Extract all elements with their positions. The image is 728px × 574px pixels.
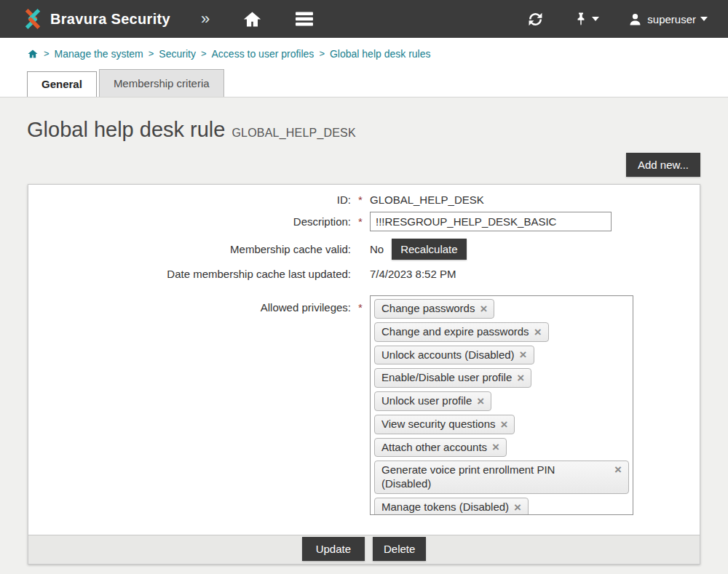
- privilege-chip: Change and expire passwords ×: [374, 322, 549, 342]
- tab-general[interactable]: General: [27, 71, 97, 97]
- recalculate-button[interactable]: Recalculate: [392, 239, 466, 260]
- privilege-chip-label: Change passwords: [381, 302, 475, 316]
- tab-bar: General Membership criteria: [0, 69, 728, 97]
- privilege-chip: Generate voice print enrollment PIN (Dis…: [374, 461, 629, 494]
- breadcrumb-separator: >: [201, 48, 207, 59]
- allowed-privileges-label: Allowed privileges:: [28, 295, 351, 314]
- remove-privilege-icon[interactable]: ×: [520, 348, 527, 361]
- membership-cache-valid-value: No: [370, 243, 384, 255]
- brand-name: Bravura Security: [50, 11, 170, 28]
- remove-privilege-icon[interactable]: ×: [500, 418, 507, 431]
- privilege-chip: Attach other accounts ×: [374, 438, 507, 458]
- privilege-chip-label: Attach other accounts: [381, 441, 487, 455]
- breadcrumb-item-global-help-desk-rules: Global help desk rules: [330, 48, 431, 60]
- user-name: superuser: [647, 13, 696, 25]
- remove-privilege-icon[interactable]: ×: [480, 303, 487, 315]
- required-marker: *: [355, 215, 366, 228]
- privilege-chip: View security questions ×: [374, 415, 515, 434]
- form-panel: ID: * GLOBAL_HELP_DESK Description: * Me…: [28, 184, 700, 565]
- remove-privilege-icon[interactable]: ×: [492, 441, 499, 453]
- id-label: ID:: [28, 194, 351, 206]
- form-footer: Update Delete: [28, 535, 700, 564]
- tab-membership-criteria[interactable]: Membership criteria: [99, 69, 224, 97]
- breadcrumb-separator: >: [149, 48, 154, 59]
- user-menu-button[interactable]: superuser: [628, 12, 708, 26]
- privilege-chip: Unlock user profile ×: [374, 391, 491, 411]
- remove-privilege-icon[interactable]: ×: [514, 501, 521, 514]
- remove-privilege-icon[interactable]: ×: [477, 395, 484, 407]
- privilege-chip-label: Generate voice print enrollment PIN (Dis…: [381, 463, 593, 491]
- description-input[interactable]: [370, 212, 612, 231]
- privilege-chip-label: View security questions: [381, 418, 495, 431]
- remove-privilege-icon[interactable]: ×: [517, 372, 524, 384]
- breadcrumb: > Manage the system > Security > Access …: [0, 38, 728, 69]
- required-marker: *: [355, 194, 366, 206]
- collapse-chevrons-icon[interactable]: »: [201, 11, 210, 27]
- breadcrumb-home-icon[interactable]: [27, 49, 39, 59]
- allowed-privileges-listbox[interactable]: Change passwords × Change and expire pas…: [370, 295, 633, 515]
- privilege-chip-label: Enable/Disable user profile: [381, 371, 512, 385]
- refresh-icon[interactable]: [527, 11, 544, 28]
- bravura-logo-icon: [22, 8, 44, 30]
- breadcrumb-item-access-to-user-profiles[interactable]: Access to user profiles: [212, 48, 314, 60]
- cache-last-updated-value: 7/4/2023 8:52 PM: [370, 268, 700, 280]
- required-marker: *: [355, 295, 366, 314]
- breadcrumb-separator: >: [44, 48, 50, 59]
- privilege-chip: Unlock accounts (Disabled) ×: [374, 346, 534, 365]
- privilege-chip: Manage tokens (Disabled) ×: [374, 498, 529, 515]
- id-value: GLOBAL_HELP_DESK: [370, 194, 700, 206]
- brand-logo[interactable]: Bravura Security: [22, 8, 170, 30]
- privilege-chip-label: Manage tokens (Disabled): [381, 501, 509, 514]
- privilege-chip: Change passwords ×: [374, 299, 494, 319]
- breadcrumb-separator: >: [319, 48, 325, 59]
- privilege-chip-label: Change and expire passwords: [381, 325, 529, 339]
- caret-down-icon: [700, 17, 708, 21]
- update-button[interactable]: Update: [302, 537, 365, 561]
- top-header-bar: Bravura Security »: [0, 0, 728, 38]
- home-icon[interactable]: [242, 10, 262, 28]
- breadcrumb-item-security[interactable]: Security: [159, 48, 196, 60]
- page-title: Global help desk rule: [27, 118, 225, 142]
- privilege-chip-label: Unlock user profile: [381, 394, 472, 408]
- caret-down-icon: [592, 17, 599, 21]
- breadcrumb-item-manage-the-system[interactable]: Manage the system: [55, 48, 143, 60]
- pin-menu-button[interactable]: [574, 11, 599, 27]
- delete-button[interactable]: Delete: [373, 537, 426, 561]
- add-new-button[interactable]: Add new...: [626, 153, 700, 177]
- main-content: Global help desk rule GLOBAL_HELP_DESK A…: [0, 97, 728, 574]
- user-icon: [628, 12, 642, 26]
- menu-hamburger-icon[interactable]: [295, 11, 314, 27]
- pushpin-icon: [574, 11, 587, 27]
- description-label: Description:: [28, 215, 351, 228]
- cache-last-updated-label: Date membership cache last updated:: [28, 268, 351, 280]
- page-id-badge: GLOBAL_HELP_DESK: [232, 127, 355, 140]
- privilege-chip-label: Unlock accounts (Disabled): [381, 348, 515, 362]
- remove-privilege-icon[interactable]: ×: [534, 326, 542, 338]
- membership-cache-valid-label: Membership cache valid:: [28, 243, 351, 255]
- remove-privilege-icon[interactable]: ×: [614, 463, 622, 476]
- privilege-chip: Enable/Disable user profile ×: [374, 368, 531, 388]
